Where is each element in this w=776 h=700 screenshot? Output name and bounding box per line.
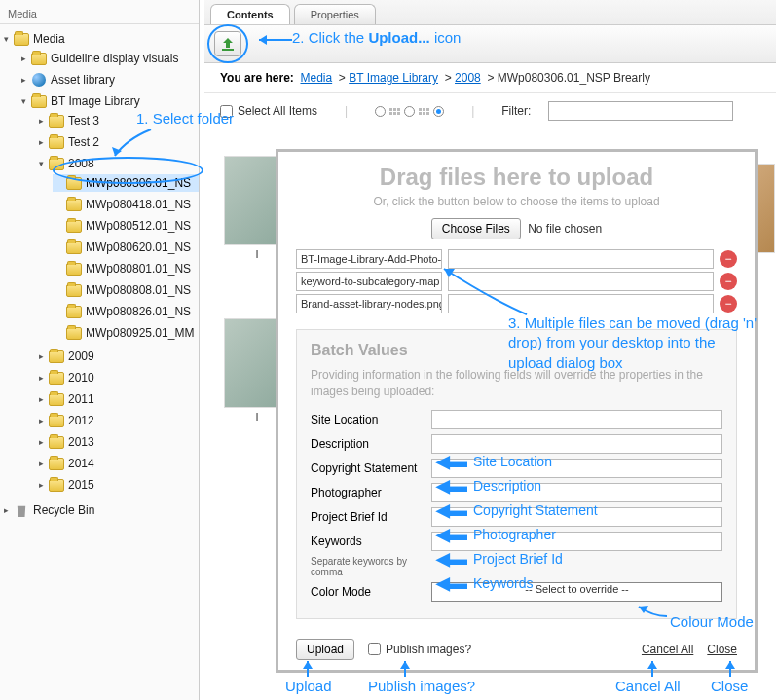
tree-item-2014[interactable]: ▸2014: [35, 455, 199, 472]
tree-label: Test 3: [68, 114, 99, 128]
photographer-input[interactable]: [431, 483, 722, 502]
twisty-icon[interactable]: ▸: [35, 393, 47, 405]
tree-item-2010[interactable]: ▸2010: [35, 369, 199, 387]
tree-item[interactable]: MWp080925.01_MM: [53, 324, 199, 342]
tree-item-2013[interactable]: ▸2013: [35, 433, 199, 451]
globe-icon: [32, 73, 46, 87]
tab-contents[interactable]: Contents: [210, 4, 290, 24]
folder-icon: [66, 263, 82, 276]
remove-file-icon[interactable]: −: [720, 295, 737, 313]
twisty-icon[interactable]: ▸: [35, 350, 47, 362]
tree-label: MWp080418.01_NS: [86, 198, 191, 211]
file-progress: [448, 294, 714, 313]
tree-item-guideline[interactable]: ▸Guideline display visuals: [18, 50, 199, 67]
folder-icon: [66, 327, 82, 340]
file-row: BT-Image-Library-Add-Photo- −: [296, 249, 737, 269]
breadcrumb-link[interactable]: 2008: [455, 71, 481, 85]
remove-file-icon[interactable]: −: [720, 250, 737, 268]
tab-properties[interactable]: Properties: [294, 4, 376, 24]
tree-item-2015[interactable]: ▸2015: [35, 476, 199, 494]
twisty-icon[interactable]: ▸: [35, 136, 47, 148]
tree-label: MWp080620.01_NS: [86, 240, 191, 254]
twisty-icon[interactable]: ▾: [35, 158, 47, 169]
twisty-icon[interactable]: ▸: [35, 372, 47, 384]
tree-item-recycle-bin[interactable]: ▸Recycle Bin: [0, 501, 199, 519]
twisty-icon[interactable]: ▾: [0, 33, 12, 45]
filter-input[interactable]: [548, 101, 733, 121]
copyright-input[interactable]: [431, 459, 722, 478]
tab-bar: Contents Properties: [204, 0, 776, 25]
twisty-icon[interactable]: ▸: [35, 115, 47, 127]
field-label-color: Color Mode: [311, 585, 431, 599]
twisty-icon[interactable]: ▸: [35, 415, 47, 426]
file-progress: [448, 272, 714, 291]
upload-button[interactable]: Upload: [296, 639, 354, 660]
tree-label: MWp080826.01_NS: [86, 305, 191, 318]
toolbar: [204, 25, 776, 63]
tree-item-2009[interactable]: ▸2009: [35, 348, 199, 365]
bin-icon: [15, 503, 28, 517]
view-radio[interactable]: [375, 106, 386, 117]
batch-values-panel: Batch Values Providing information in th…: [296, 329, 737, 619]
description-input[interactable]: [431, 434, 722, 454]
tree-item-2012[interactable]: ▸2012: [35, 412, 199, 429]
tree-item[interactable]: MWp080826.01_NS: [53, 303, 199, 320]
tree-label: 2015: [68, 478, 94, 492]
tree-item-test3[interactable]: ▸Test 3: [35, 112, 199, 129]
choose-files-button[interactable]: Choose Files: [431, 218, 521, 239]
cancel-all-link[interactable]: Cancel All: [642, 643, 693, 656]
view-mode-toggle[interactable]: [375, 106, 444, 117]
tree-label: MWp080306.01_NS: [86, 176, 191, 190]
keywords-input[interactable]: [431, 532, 722, 551]
tree-item-2011[interactable]: ▸2011: [35, 390, 199, 408]
twisty-icon[interactable]: ▸: [18, 53, 29, 64]
upload-icon-button[interactable]: [214, 31, 241, 56]
twisty-icon[interactable]: ▾: [18, 95, 29, 107]
site-location-input[interactable]: [431, 410, 722, 429]
tree-item-asset-library[interactable]: ▸Asset library: [18, 71, 199, 89]
twisty-icon[interactable]: ▸: [0, 504, 12, 516]
tree-label: Media: [33, 32, 65, 46]
twisty-icon[interactable]: ▸: [35, 458, 47, 469]
twisty-icon[interactable]: ▸: [35, 436, 47, 448]
tree-item-selected-folder[interactable]: MWp080306.01_NS: [53, 174, 199, 192]
tree-label: MWp080801.01_NS: [86, 262, 191, 276]
tree-item[interactable]: MWp080801.01_NS: [53, 260, 199, 277]
folder-icon: [49, 158, 64, 170]
remove-file-icon[interactable]: −: [720, 273, 737, 290]
select-all-label: Select All Items: [238, 104, 317, 118]
tree-item[interactable]: MWp080418.01_NS: [53, 196, 199, 213]
tree-label: MWp080512.01_NS: [86, 219, 191, 233]
dialog-footer: Upload Publish images? Cancel All Close: [278, 629, 755, 670]
color-mode-select[interactable]: -- Select to override --: [431, 582, 722, 602]
tree-item-bt-image-library[interactable]: ▾BT Image Library: [18, 92, 199, 110]
project-brief-input[interactable]: [431, 507, 722, 527]
tree-label: 2008: [68, 157, 94, 170]
breadcrumb-link[interactable]: Media: [300, 71, 332, 85]
twisty-icon[interactable]: ▸: [18, 74, 29, 86]
select-all-checkbox[interactable]: Select All Items: [220, 104, 317, 118]
grid-icon: [389, 108, 400, 115]
tree-item-test2[interactable]: ▸Test 2: [35, 133, 199, 151]
tree-root-media[interactable]: ▾ Media: [0, 30, 199, 48]
view-radio-selected[interactable]: [433, 106, 444, 117]
tree-item-2008[interactable]: ▾2008: [35, 155, 199, 172]
tree-label: Guideline display visuals: [51, 52, 178, 65]
publish-input[interactable]: [368, 643, 381, 655]
twisty-icon[interactable]: ▸: [35, 479, 47, 491]
select-all-input[interactable]: [220, 105, 233, 118]
tree-item[interactable]: MWp080512.01_NS: [53, 217, 199, 235]
close-link[interactable]: Close: [707, 643, 737, 656]
view-radio[interactable]: [404, 106, 415, 117]
dialog-subtitle: Or, click the button below to choose the…: [296, 195, 737, 208]
tree-item[interactable]: MWp080620.01_NS: [53, 239, 199, 256]
keywords-note: Separate keywords by comma: [311, 556, 431, 577]
media-tree-sidebar: Media ▾ Media ▸Guideline display visuals…: [0, 0, 200, 700]
svg-rect-0: [222, 49, 234, 51]
upload-arrow-icon: [220, 36, 236, 52]
breadcrumb-link[interactable]: BT Image Library: [349, 71, 438, 85]
publish-checkbox[interactable]: Publish images?: [368, 643, 471, 656]
tree-item[interactable]: MWp080808.01_NS: [53, 281, 199, 299]
batch-description: Providing information in the following f…: [311, 367, 722, 400]
field-label-brief: Project Brief Id: [311, 510, 431, 524]
